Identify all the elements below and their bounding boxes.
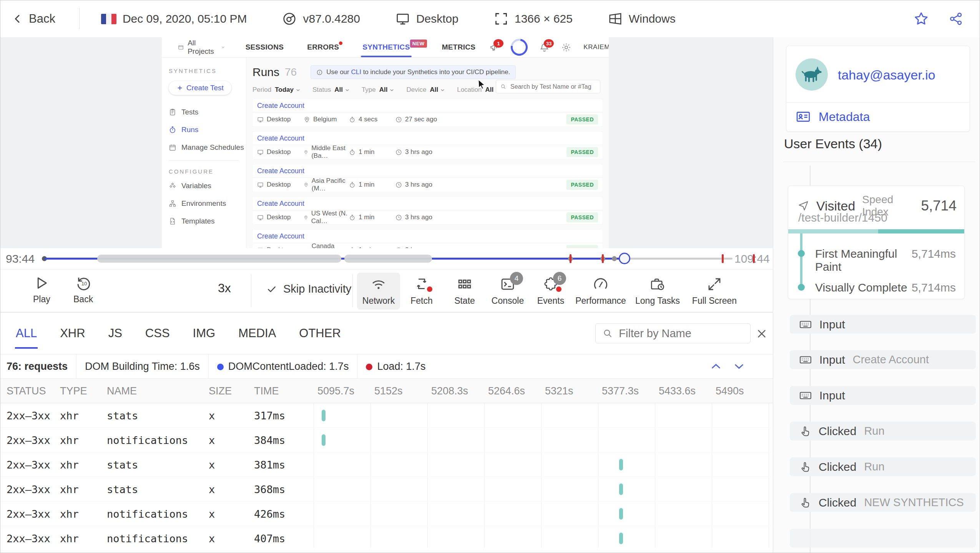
console-panel-button[interactable]: 4 Console — [486, 273, 529, 310]
sidebar-item-variables[interactable]: Variables — [169, 182, 246, 190]
network-filter-box[interactable] — [595, 323, 751, 343]
load-time: Load: 1.7s — [366, 361, 425, 373]
event-marker-dot[interactable] — [612, 256, 617, 261]
col-time[interactable]: TIME — [254, 385, 279, 397]
load-dot-icon — [366, 364, 372, 370]
jump-up-icon[interactable] — [710, 360, 722, 373]
timeline-remaining-track[interactable] — [625, 258, 733, 260]
network-tab-xhr[interactable]: XHR — [60, 313, 85, 354]
filter-status[interactable]: StatusAll — [312, 86, 350, 94]
time-tick: 5321s — [545, 385, 573, 397]
next-event-card-partial[interactable] — [790, 529, 976, 548]
full-screen-button[interactable]: Full Screen — [686, 273, 743, 310]
run-test-name-link[interactable]: Create Account — [252, 99, 603, 113]
tab-errors[interactable]: ERRORS — [307, 37, 339, 57]
test-search-input[interactable] — [510, 83, 596, 91]
test-search-box[interactable] — [496, 80, 600, 93]
user-email-link[interactable]: tahay@asayer.io — [838, 68, 935, 83]
col-type[interactable]: TYPE — [60, 385, 87, 397]
error-marker[interactable] — [753, 254, 755, 263]
network-tab-other[interactable]: OTHER — [299, 313, 341, 354]
col-name[interactable]: NAME — [107, 385, 137, 397]
speed-toggle[interactable]: 3x — [218, 281, 231, 295]
visited-url[interactable]: /test-builder/1450 — [798, 211, 887, 224]
network-tab-js[interactable]: JS — [108, 313, 122, 354]
events-alert-dot — [556, 286, 561, 292]
inactivity-block — [97, 255, 341, 263]
clicked-event-card[interactable]: Clicked NEW SYNTHETICS — [790, 493, 976, 512]
waterfall-bar — [619, 459, 623, 470]
input-event-card[interactable]: Input — [790, 315, 976, 334]
player-timeline[interactable]: 93:44 109:44 — [0, 248, 773, 269]
back-10-button[interactable]: 10 Back — [73, 275, 93, 305]
event-value: NEW SYNTHETICS — [864, 496, 963, 509]
announcements-button[interactable]: 1 — [483, 37, 505, 57]
filter-type[interactable]: TypeAll — [362, 86, 395, 94]
network-request-row[interactable]: 2xx–3xxxhrstatsx368ms — [0, 477, 773, 502]
settings-button[interactable] — [555, 37, 577, 57]
run-test-name-link[interactable]: Create Account — [252, 197, 603, 210]
run-test-name-link[interactable]: Create Account — [252, 230, 603, 243]
network-tab-all[interactable]: ALL — [16, 313, 37, 354]
pointer-hand-icon — [799, 461, 811, 473]
jump-down-icon[interactable] — [733, 360, 745, 373]
create-test-button[interactable]: Create Test — [169, 81, 231, 95]
back-button[interactable]: Back — [12, 12, 55, 26]
tab-sessions[interactable]: SESSIONS — [246, 37, 284, 57]
cli-link[interactable]: CLI — [351, 68, 361, 76]
input-event-card[interactable]: Input Create Account — [790, 350, 976, 369]
clicked-event-card[interactable]: Clicked Run — [790, 457, 976, 476]
network-panel-button[interactable]: Network — [357, 273, 400, 310]
tab-synthetics[interactable]: SYNTHETICSNEW — [362, 37, 410, 57]
network-request-row[interactable]: 2xx–3xxxhrnotificationsx384ms — [0, 428, 773, 452]
network-request-row[interactable]: 2xx–3xxxhrstatsx381ms — [0, 452, 773, 477]
metadata-button[interactable]: Metadata — [796, 109, 870, 124]
network-request-row[interactable]: 2xx–3xxxhrnotificationsx407ms — [0, 526, 773, 551]
event-value: Create Account — [853, 353, 929, 366]
favorite-star-icon[interactable] — [914, 11, 929, 26]
network-tab-img[interactable]: IMG — [193, 313, 216, 354]
sidebar-item-runs[interactable]: Runs — [169, 126, 246, 134]
skip-inactivity-toggle[interactable]: Skip Inactivity — [266, 283, 351, 295]
run-details: Desktop Belgium 4 secs 27 sec ago PASSED — [252, 113, 603, 126]
error-marker[interactable] — [570, 254, 571, 263]
col-status[interactable]: STATUS — [7, 385, 46, 397]
sidebar-item-environments[interactable]: Environments — [169, 199, 246, 208]
input-event-card[interactable]: Input — [790, 386, 976, 405]
console-label: Console — [492, 296, 524, 306]
visited-event-card[interactable]: Visited Speed Index 5,714 /test-builder/… — [788, 185, 965, 299]
close-panel-icon[interactable] — [755, 327, 768, 340]
network-tab-css[interactable]: CSS — [145, 313, 170, 354]
notifications-button[interactable]: 33 — [533, 37, 555, 57]
network-tab-media[interactable]: MEDIA — [238, 313, 276, 354]
user-menu[interactable]: KRAIEM — [577, 43, 609, 51]
playhead-handle[interactable] — [619, 253, 630, 264]
performance-panel-button[interactable]: Performance — [572, 273, 629, 310]
network-request-row[interactable]: 2xx–3xxxhrnotificationsx426ms — [0, 502, 773, 526]
network-request-row[interactable]: 2xx–3xxxhrstatsx317ms — [0, 403, 773, 428]
events-panel-button[interactable]: 6 Events — [529, 273, 572, 310]
visually-complete-row: Visually Complete 5,714ms — [815, 281, 956, 294]
tab-metrics[interactable]: METRICS — [442, 37, 476, 57]
fetch-panel-button[interactable]: Fetch — [400, 273, 443, 310]
sidebar-item-tests[interactable]: Tests — [169, 108, 246, 116]
network-filter-input[interactable] — [618, 327, 743, 340]
error-marker[interactable] — [722, 254, 724, 263]
project-selector[interactable]: All Projects — [171, 39, 233, 56]
filter-period[interactable]: PeriodToday — [252, 86, 301, 94]
sidebar-item-manage-schedules[interactable]: Manage Schedules — [169, 143, 246, 152]
sidebar-item-templates[interactable]: Templates — [169, 217, 246, 225]
sidebar-item-environments-label: Environments — [181, 199, 226, 208]
share-icon[interactable] — [949, 12, 963, 26]
play-button[interactable]: Play — [33, 275, 50, 305]
clicked-event-card[interactable]: Clicked Run — [790, 422, 976, 440]
run-test-name-link[interactable]: Create Account — [252, 132, 603, 145]
create-test-label: Create Test — [186, 84, 224, 92]
col-size[interactable]: SIZE — [209, 385, 232, 397]
error-marker[interactable] — [602, 254, 604, 263]
filter-device[interactable]: DeviceAll — [406, 86, 445, 94]
screen-resolution: 1366 × 625 — [494, 12, 573, 26]
state-panel-button[interactable]: State — [443, 273, 486, 310]
long-tasks-panel-button[interactable]: Long Tasks — [629, 273, 686, 310]
run-test-name-link[interactable]: Create Account — [252, 164, 603, 178]
